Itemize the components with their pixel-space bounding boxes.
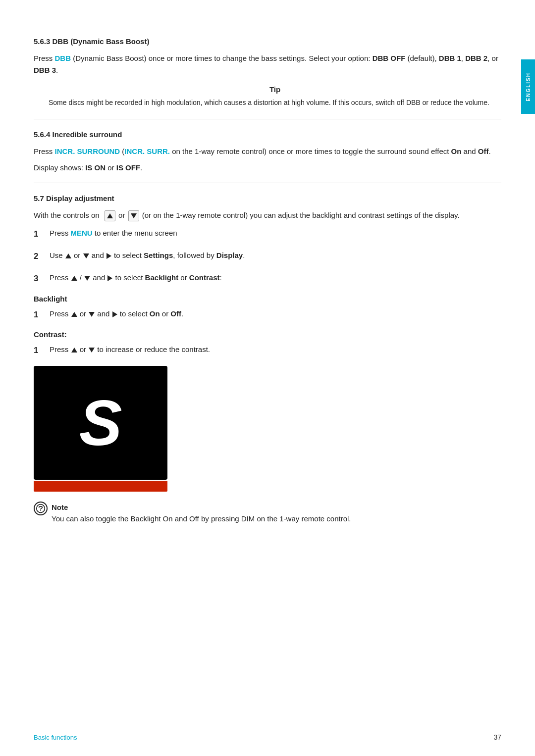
tri-down-icon-2: [84, 276, 90, 281]
dbb-label: DBB: [55, 54, 71, 62]
display-shows: Display shows: IS ON or IS OFF.: [34, 163, 501, 172]
tri-up-icon-4: [71, 348, 77, 353]
footer-left: Basic functions: [34, 734, 77, 741]
divider-2: [34, 183, 501, 183]
device-letter: S: [79, 391, 122, 455]
device-image: S: [34, 366, 167, 480]
backlight-heading: Backlight: [34, 295, 501, 303]
section-57: 5.7 Display adjustment With the controls…: [34, 194, 501, 524]
footer-right: 37: [493, 733, 501, 741]
tip-title: Tip: [260, 85, 290, 94]
tri-right-icon-2: [107, 275, 112, 281]
note-label: Note: [52, 503, 68, 511]
divider-1: [34, 119, 501, 119]
tri-up-icon-3: [71, 312, 77, 317]
step-2-content: Use or and to select Settings, followed …: [50, 250, 501, 261]
svg-point-0: [37, 504, 45, 513]
ctrl-box-1: [105, 210, 115, 221]
section-563-para: Press DBB (Dynamic Bass Boost) once or m…: [34, 52, 501, 76]
note-icon: [34, 502, 48, 515]
section-57-heading: 5.7 Display adjustment: [34, 194, 501, 202]
menu-label: MENU: [71, 229, 93, 237]
step-3-content: Press / and to select Backlight or Contr…: [50, 272, 501, 284]
svg-point-1: [40, 510, 41, 511]
section-564: 5.6.4 Incredible surround Press INCR. SU…: [34, 130, 501, 172]
tri-up-icon-2: [71, 276, 77, 281]
section-563-heading: 5.6.3 DBB (Dynamic Bass Boost): [34, 37, 501, 46]
contrast-step-1: 1 Press or to increase or reduce the con…: [34, 344, 501, 357]
section-564-para: Press INCR. SURROUND (INCR. SURR. on the…: [34, 146, 501, 157]
step-2-number: 2: [34, 250, 50, 263]
incr-surround-label: INCR. SURROUND: [55, 147, 120, 155]
page-footer: Basic functions 37: [34, 730, 501, 741]
tip-content: Some discs might be recorded in high mod…: [49, 98, 501, 108]
contrast-section: Contrast: 1 Press or to increase or redu…: [34, 330, 501, 357]
backlight-step-number: 1: [34, 308, 50, 321]
contrast-heading: Contrast:: [34, 330, 501, 339]
step-3: 3 Press / and to select Backlight or Con…: [34, 272, 501, 285]
image-block: S: [34, 366, 501, 492]
incr-surr-label: INCR. SURR.: [124, 147, 170, 155]
tri-down-icon-3: [89, 312, 95, 317]
contrast-step-content: Press or to increase or reduce the contr…: [50, 344, 501, 355]
backlight-step-1: 1 Press or and to select On or Off.: [34, 308, 501, 321]
tri-right-icon-3: [112, 311, 117, 317]
note-text: You can also toggle the Backlight On and…: [52, 514, 351, 523]
device-bar: [34, 481, 167, 492]
step-1-number: 1: [34, 227, 50, 241]
step-3-number: 3: [34, 272, 50, 285]
side-tab: ENGLISH: [521, 59, 535, 114]
tri-down-icon-4: [89, 348, 95, 353]
note-content: Note You can also toggle the Backlight O…: [52, 502, 351, 525]
tri-down-icon: [83, 253, 89, 258]
section-564-heading: 5.6.4 Incredible surround: [34, 130, 501, 139]
section-57-para: With the controls on or (or on the 1-way…: [34, 209, 501, 221]
backlight-step-content: Press or and to select On or Off.: [50, 308, 501, 320]
contrast-step-number: 1: [34, 344, 50, 357]
section-563: 5.6.3 DBB (Dynamic Bass Boost) Press DBB…: [34, 37, 501, 108]
tri-right-icon: [107, 253, 111, 259]
note-box: Note You can also toggle the Backlight O…: [34, 502, 501, 525]
side-tab-label: ENGLISH: [526, 72, 531, 101]
step-1: 1 Press MENU to enter the menu screen: [34, 227, 501, 241]
tip-box: Tip Some discs might be recorded in high…: [49, 85, 501, 108]
top-divider: [34, 26, 501, 26]
step-2: 2 Use or and to select Settings, followe…: [34, 250, 501, 263]
backlight-steps: 1 Press or and to select On or Off.: [34, 308, 501, 321]
contrast-steps: 1 Press or to increase or reduce the con…: [34, 344, 501, 357]
tri-up-icon: [65, 253, 71, 258]
ctrl-box-2: [128, 210, 139, 221]
backlight-section: Backlight 1 Press or and to select On or…: [34, 295, 501, 321]
page-container: ENGLISH 5.6.3 DBB (Dynamic Bass Boost) P…: [0, 0, 535, 756]
step-list: 1 Press MENU to enter the menu screen 2 …: [34, 227, 501, 286]
step-1-content: Press MENU to enter the menu screen: [50, 227, 501, 239]
